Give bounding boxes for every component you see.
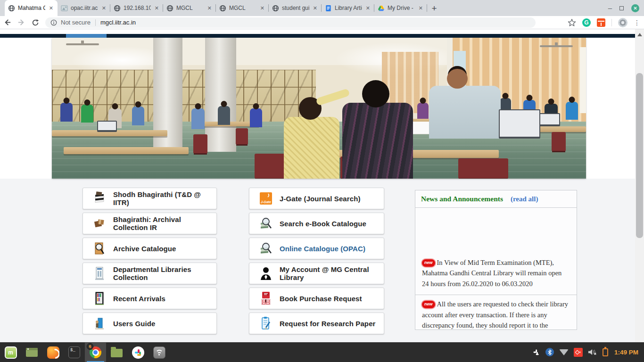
quick-link-label: Shodh Bhagirathi (T&D @ IITR)	[113, 190, 216, 206]
tab-title: student guide	[282, 5, 309, 11]
link-archive-catalogue[interactable]: Archive Catalogue	[83, 238, 217, 259]
forward-button[interactable]	[14, 18, 28, 26]
browser-tab-strip: Mahatma Gand ✕ opac.iitr.ac.in:8 ✕ 192.1…	[0, 0, 644, 16]
quick-link-label: Recent Arrivals	[113, 295, 165, 303]
news-panel: News and Announcements (read all) newIn …	[415, 190, 577, 330]
tab-close-icon[interactable]: ✕	[418, 5, 424, 11]
quick-link-label: J-Gate (Journal Search)	[280, 195, 361, 203]
taskbar-chrome-button[interactable]: 6	[85, 343, 106, 362]
omnibox-divider	[95, 19, 96, 26]
site-nav-active-item[interactable]	[66, 34, 107, 38]
tab-title: Mahatma Gand	[18, 5, 45, 11]
tab-library-article[interactable]: Library Article D ✕	[322, 0, 374, 16]
scroll-up-arrow-icon[interactable]	[637, 33, 642, 36]
tab-opac[interactable]: opac.iitr.ac.in:8 ✕	[58, 0, 110, 16]
tab-close-icon[interactable]: ✕	[259, 5, 265, 11]
system-tray: › 1:49 PM	[532, 342, 642, 362]
restore-button[interactable]	[619, 6, 624, 10]
news-item: newAll the users are requested to check …	[415, 295, 577, 330]
reload-button[interactable]	[28, 19, 42, 26]
security-label[interactable]: Not secure	[61, 19, 91, 26]
chrome-notification-badge: 6	[87, 343, 93, 350]
news-item: newIn View of Mid Term Examination (MTE)…	[415, 254, 577, 295]
tab-my-drive[interactable]: My Drive - Goo ✕	[374, 0, 427, 16]
wifi-tray-icon[interactable]	[559, 349, 569, 355]
tab-close-icon[interactable]: ✕	[101, 5, 107, 11]
link-book-purchase[interactable]: Book Purchase Request	[249, 288, 384, 309]
back-button[interactable]	[0, 18, 14, 26]
drive-icon	[378, 5, 385, 12]
link-jgate[interactable]: J-Gate J-Gate (Journal Search)	[249, 188, 384, 209]
tab-mgcl-2[interactable]: MGCL ✕	[216, 0, 269, 16]
opac-search-icon	[259, 241, 273, 256]
new-badge-icon: new	[422, 301, 435, 308]
bookshelf-icon	[92, 291, 107, 306]
quick-link-label: Online Catalogue (OPAC)	[280, 245, 365, 253]
link-opac[interactable]: Online Catalogue (OPAC)	[249, 238, 384, 259]
archive-search-icon	[92, 241, 107, 256]
taskbar-network-app-button[interactable]	[149, 343, 170, 362]
tab-title: MGCL	[229, 5, 256, 11]
address-bar[interactable]: Not secure mgcl.iitr.ac.in	[45, 17, 536, 28]
quick-link-label: Request for Research Paper	[280, 320, 376, 328]
firefox-icon	[47, 346, 59, 359]
anydesk-icon[interactable]: ›	[574, 348, 583, 357]
minimize-button[interactable]: –	[608, 6, 612, 10]
link-users-guide[interactable]: Users Guide	[83, 313, 217, 334]
profile-avatar[interactable]	[618, 18, 627, 27]
battery-icon[interactable]	[603, 348, 608, 356]
taskbar-terminal-button[interactable]: $_	[64, 343, 85, 362]
taskbar-slack-button[interactable]	[127, 343, 149, 362]
news-item-text: All the users are requested to check the…	[422, 300, 568, 329]
forward-arrow-icon	[17, 18, 25, 26]
tab-close-icon[interactable]: ✕	[312, 5, 318, 11]
new-tab-button[interactable]: +	[427, 2, 441, 15]
tab-mahatma-gandhi[interactable]: Mahatma Gand ✕	[5, 0, 58, 16]
orange-extension-icon[interactable]	[597, 18, 605, 27]
page-scrollbar[interactable]	[635, 29, 644, 342]
url-text[interactable]: mgcl.iitr.ac.in	[100, 19, 136, 26]
tab-title: Library Article D	[335, 5, 362, 11]
tab-close-icon[interactable]: ✕	[154, 5, 160, 11]
tab-student-guide[interactable]: student guide ✕	[269, 0, 322, 16]
clock[interactable]: 1:49 PM	[614, 349, 638, 356]
bluetooth-icon[interactable]	[545, 348, 554, 356]
link-shodh-bhagirathi[interactable]: Shodh Bhagirathi (T&D @ IITR)	[83, 188, 217, 209]
taskbar-firefox-button[interactable]	[42, 343, 64, 362]
clipboard-pencil-icon	[259, 316, 273, 331]
link-research-paper[interactable]: Request for Research Paper	[249, 313, 384, 334]
bookmark-star-icon[interactable]	[568, 18, 576, 27]
link-departmental-libraries[interactable]: Departmental Libraries Collection	[83, 263, 217, 284]
link-ebook-catalogue[interactable]: Search e-Book Catalogue	[249, 213, 384, 234]
tab-close-icon[interactable]: ✕	[365, 5, 371, 11]
menu-dots-icon[interactable]: ⋮	[634, 21, 640, 24]
tab-close-icon[interactable]: ✕	[206, 5, 213, 11]
news-title: News and Announcements	[421, 195, 503, 203]
archive-box-icon	[92, 216, 107, 231]
tab-mgcl-1[interactable]: MGCL ✕	[163, 0, 216, 16]
quick-link-label: Book Purchase Request	[280, 295, 362, 303]
volume-muted-icon[interactable]	[588, 348, 597, 356]
taskbar-show-desktop-button[interactable]	[21, 343, 42, 362]
link-bhagirathi-archival[interactable]: Bhagirathi: Archival Collection IR	[83, 213, 217, 234]
taskbar-files-button[interactable]	[106, 343, 127, 362]
close-button[interactable]: ✕	[631, 4, 639, 12]
scrollbar-thumb[interactable]	[636, 73, 643, 238]
info-icon	[50, 19, 57, 26]
tab-ip-address[interactable]: 192.168.105.14 ✕	[110, 0, 163, 16]
news-read-all-link[interactable]: (read all)	[511, 195, 538, 203]
news-header: News and Announcements (read all)	[415, 190, 577, 208]
globe-icon	[166, 5, 173, 12]
person-icon	[259, 266, 273, 281]
link-my-account[interactable]: My Account @ MG Central Library	[249, 263, 384, 284]
reload-icon	[32, 19, 39, 26]
grammarly-extension-icon[interactable]: G	[582, 18, 591, 27]
library-building-icon	[92, 266, 107, 281]
slack-tray-icon[interactable]	[532, 348, 540, 356]
link-recent-arrivals[interactable]: Recent Arrivals	[83, 288, 217, 309]
window-controls: – ✕	[608, 0, 639, 16]
tab-close-icon[interactable]: ✕	[48, 5, 54, 11]
taskbar-mint-menu-button[interactable]: m	[0, 343, 21, 362]
new-badge-icon: new	[422, 259, 435, 267]
quick-link-label: Users Guide	[113, 320, 155, 328]
